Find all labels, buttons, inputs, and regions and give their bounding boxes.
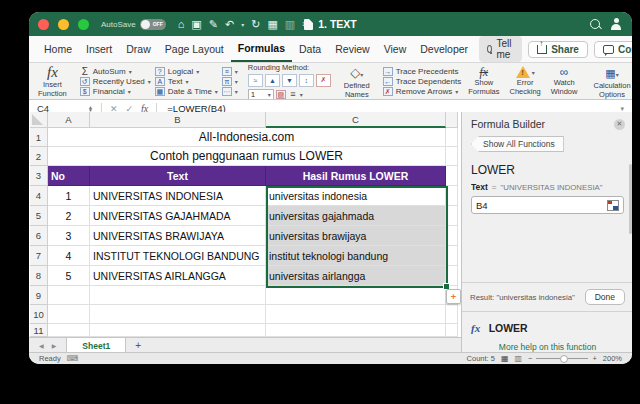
- tab-page-layout[interactable]: Page Layout: [158, 37, 231, 61]
- cell-no[interactable]: 1: [48, 186, 90, 206]
- table-icon[interactable]: ▦: [267, 19, 277, 30]
- redo-icon[interactable]: ↻: [251, 19, 260, 30]
- recently-used-button[interactable]: ↺ Recently Used ▾: [80, 77, 151, 86]
- row-header-4[interactable]: 4: [30, 186, 48, 206]
- row-header-3[interactable]: 3: [30, 166, 48, 186]
- tab-insert[interactable]: Insert: [79, 37, 119, 61]
- table-header-no[interactable]: No: [48, 166, 90, 186]
- error-checking-button[interactable]: ▾ Error Checking: [507, 65, 544, 98]
- cell-empty[interactable]: [266, 324, 446, 337]
- zoom-slider-knob[interactable]: [560, 355, 568, 363]
- undo-icon[interactable]: ↶: [225, 19, 234, 30]
- autosave-toggle[interactable]: OFF: [140, 19, 166, 30]
- row-header-7[interactable]: 7: [30, 246, 48, 266]
- row-header-11[interactable]: 11: [30, 324, 48, 337]
- minimize-window-button[interactable]: [58, 19, 69, 30]
- trace-precedents-button[interactable]: → Trace Precedents: [383, 67, 462, 76]
- show-formulas-button[interactable]: fx Show Formulas: [465, 65, 502, 98]
- insert-function-button[interactable]: fx Insert Function: [35, 65, 70, 98]
- financial-button[interactable]: $ Financial ▾: [80, 87, 151, 96]
- cell-empty[interactable]: [48, 324, 90, 337]
- undo-caret-icon[interactable]: ▾: [241, 21, 244, 28]
- autofill-options-button[interactable]: +: [446, 289, 461, 304]
- cell-result[interactable]: universitas gajahmada: [266, 206, 446, 226]
- column-header-b[interactable]: B: [90, 112, 266, 128]
- lines-options-caret-icon[interactable]: ▾: [300, 91, 303, 98]
- math-trig-button[interactable]: π ▾: [222, 77, 238, 86]
- close-window-button[interactable]: [38, 19, 49, 30]
- cell-no[interactable]: 2: [48, 206, 90, 226]
- cell-empty[interactable]: [266, 286, 446, 305]
- done-button[interactable]: Done: [585, 289, 625, 305]
- cell-empty[interactable]: [90, 286, 266, 305]
- table-header-text[interactable]: Text: [90, 166, 266, 186]
- rounding-option-4-icon[interactable]: ↕: [299, 74, 314, 87]
- edit-checklist-icon[interactable]: ✎: [209, 19, 218, 30]
- table-header-result[interactable]: Hasil Rumus LOWER: [266, 166, 446, 186]
- column-header-a[interactable]: A: [48, 112, 90, 128]
- cell-no[interactable]: 3: [48, 226, 90, 246]
- select-all-corner[interactable]: [30, 112, 48, 128]
- cell-empty[interactable]: [446, 266, 458, 286]
- calculation-options-button[interactable]: ▦▾ Calculation Options: [590, 65, 632, 98]
- cell-empty[interactable]: [446, 166, 458, 186]
- cell-subtitle[interactable]: Contoh penggunaan rumus LOWER: [48, 147, 446, 166]
- cell-empty[interactable]: [446, 206, 458, 226]
- rounding-option-1-icon[interactable]: ≈: [248, 74, 263, 87]
- rounding-value-select[interactable]: 1 ▾: [248, 89, 274, 101]
- cell-no[interactable]: 4: [48, 246, 90, 266]
- row-header-6[interactable]: 6: [30, 226, 48, 246]
- logical-button[interactable]: ? Logical ▾: [155, 67, 218, 76]
- zoom-in-icon[interactable]: +: [592, 354, 596, 363]
- autosave-control[interactable]: AutoSave OFF: [101, 19, 166, 30]
- customize-toolbar-icon[interactable]: ≡: [302, 20, 307, 29]
- paint-format-icon[interactable]: ▨: [276, 90, 286, 99]
- cell-result[interactable]: universitas airlangga: [266, 266, 446, 286]
- cell-text[interactable]: UNIVERSITAS BRAWIJAYA: [90, 226, 266, 246]
- rounding-option-5-icon[interactable]: ✗: [316, 74, 331, 87]
- argument-input[interactable]: B4: [471, 196, 624, 214]
- add-sheet-button[interactable]: +: [126, 338, 150, 353]
- cell-empty[interactable]: [446, 305, 458, 324]
- watch-window-button[interactable]: ∞ Watch Window: [548, 65, 581, 98]
- active-cell-c4[interactable]: universitas indonesia: [266, 186, 446, 206]
- panel-scrollbar[interactable]: [629, 164, 632, 234]
- spreadsheet[interactable]: A B C 1 All-Indonesia.com 2 Contoh pengg…: [30, 112, 458, 337]
- row-header-9[interactable]: 9: [30, 286, 48, 305]
- lines-options-icon[interactable]: ≡: [288, 90, 298, 99]
- cell-empty[interactable]: [446, 324, 458, 337]
- share-button[interactable]: Share: [528, 41, 588, 58]
- tab-review[interactable]: Review: [328, 37, 376, 61]
- save-icon[interactable]: ▣: [191, 19, 201, 30]
- row-header-10[interactable]: 10: [30, 305, 48, 324]
- zoom-window-button[interactable]: [78, 19, 89, 30]
- row-header-1[interactable]: 1: [30, 128, 48, 147]
- range-picker-icon[interactable]: [607, 200, 619, 211]
- row-header-5[interactable]: 5: [30, 206, 48, 226]
- column-header-c[interactable]: C: [266, 112, 446, 128]
- name-box-stepper[interactable]: ▲ ▼: [88, 106, 93, 112]
- cell-text[interactable]: INSTITUT TEKNOLOGI BANDUNG: [90, 246, 266, 266]
- tab-formulas[interactable]: Formulas: [231, 36, 292, 62]
- show-all-functions-button[interactable]: Show All Functions: [471, 136, 564, 152]
- tab-view[interactable]: View: [377, 37, 414, 61]
- tab-draw[interactable]: Draw: [119, 37, 158, 61]
- home-icon[interactable]: ⌂: [178, 19, 185, 30]
- account-icon[interactable]: [610, 18, 622, 30]
- defined-names-button[interactable]: ◇▾ Defined Names: [341, 65, 373, 98]
- rounding-option-3-icon[interactable]: ▼: [282, 74, 297, 87]
- more-functions-button[interactable]: ⋯ ▾: [222, 87, 238, 96]
- autosum-button[interactable]: Σ AutoSum ▾: [80, 67, 151, 76]
- text-functions-button[interactable]: A Text ▾: [155, 77, 218, 86]
- cell-title[interactable]: All-Indonesia.com: [48, 128, 446, 147]
- cell-empty[interactable]: [446, 226, 458, 246]
- sheet-tab-sheet1[interactable]: Sheet1: [66, 338, 126, 353]
- more-help-link[interactable]: More help on this function: [471, 342, 624, 352]
- normal-view-icon[interactable]: ▦: [501, 354, 509, 363]
- prev-sheet-icon[interactable]: ◀: [39, 342, 44, 349]
- zoom-out-icon[interactable]: −: [528, 354, 532, 363]
- panel-close-button[interactable]: ✕: [614, 119, 625, 130]
- cell-empty[interactable]: [90, 305, 266, 324]
- cell-empty[interactable]: [446, 186, 458, 206]
- row-header-8[interactable]: 8: [30, 266, 48, 286]
